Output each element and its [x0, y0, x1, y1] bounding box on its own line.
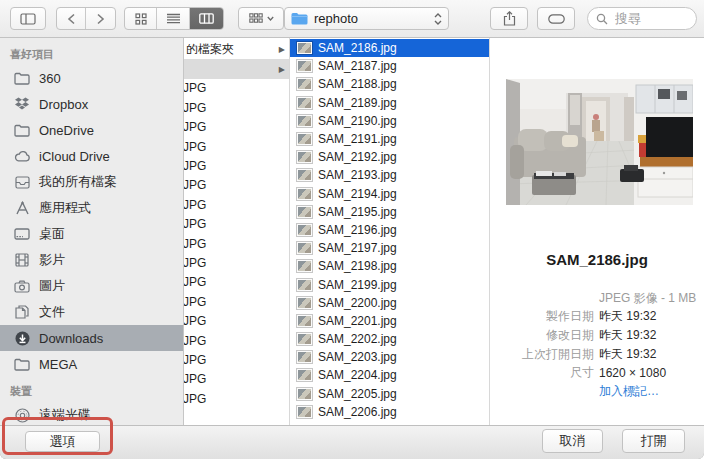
sidebar-item-label: 文件 [39, 303, 65, 321]
parent-column-file-row[interactable]: JPG [184, 215, 289, 234]
options-button[interactable]: 選項 [25, 431, 100, 452]
disclosure-arrow-icon: ▶ [279, 45, 285, 54]
toolbar: rephoto [0, 0, 704, 38]
sidebar-item-icloud-drive[interactable]: iCloud Drive [0, 143, 183, 169]
file-row-sam-2205-jpg[interactable]: SAM_2205.jpg [290, 385, 489, 403]
detail-value: 昨天 19:32 [599, 308, 656, 325]
movies-icon [13, 252, 31, 268]
parent-column-file-row[interactable]: JPG [184, 370, 289, 389]
parent-column-file-row[interactable]: JPG [184, 253, 289, 272]
detail-label: 上次打開日期 [490, 346, 594, 363]
file-name-label: SAM_2186.jpg [318, 41, 397, 55]
column-view-button[interactable] [190, 8, 223, 29]
parent-column-file-row[interactable]: JPG [184, 137, 289, 156]
file-row-sam-2201-jpg[interactable]: SAM_2201.jpg [290, 312, 489, 330]
file-row-sam-2199-jpg[interactable]: SAM_2199.jpg [290, 275, 489, 293]
forward-button[interactable] [86, 8, 115, 29]
sidebar-item-label: 應用程式 [39, 199, 91, 217]
sidebar-item-dropbox[interactable]: Dropbox [0, 91, 183, 117]
location-popup[interactable]: rephoto [284, 7, 449, 30]
file-row-sam-2196-jpg[interactable]: SAM_2196.jpg [290, 221, 489, 239]
file-row-sam-2198-jpg[interactable]: SAM_2198.jpg [290, 257, 489, 275]
image-thumbnail-icon [297, 351, 312, 363]
parent-column-file-row[interactable]: JPG [184, 79, 289, 98]
cancel-button[interactable]: 取消 [542, 429, 603, 453]
file-name-label: SAM_2200.jpg [318, 296, 397, 310]
share-button[interactable] [490, 7, 528, 30]
parent-column-file-row[interactable]: JPG [184, 156, 289, 175]
sidebar-item-label: Dropbox [39, 97, 88, 112]
file-row-sam-2192-jpg[interactable]: SAM_2192.jpg [290, 148, 489, 166]
search-input[interactable] [613, 10, 687, 27]
arrange-menu-button[interactable] [238, 7, 284, 30]
detail-value: 昨天 19:32 [599, 327, 656, 344]
parent-column-file-row[interactable]: JPG [184, 292, 289, 311]
file-row-sam-2193-jpg[interactable]: SAM_2193.jpg [290, 166, 489, 184]
sidebar-item-downloads[interactable]: Downloads [0, 325, 183, 351]
file-row-label: JPG [184, 120, 206, 134]
toggle-sidebar-button[interactable] [10, 7, 46, 30]
sidebar-item-影片[interactable]: 影片 [0, 247, 183, 273]
back-button[interactable] [57, 8, 86, 29]
file-row-label: JPG [184, 295, 206, 309]
file-row-sam-2200-jpg[interactable]: SAM_2200.jpg [290, 294, 489, 312]
image-thumbnail-icon [297, 97, 312, 109]
sidebar-item-文件[interactable]: 文件 [0, 299, 183, 325]
file-row-sam-2195-jpg[interactable]: SAM_2195.jpg [290, 203, 489, 221]
file-row-sam-2191-jpg[interactable]: SAM_2191.jpg [290, 130, 489, 148]
file-row-sam-2204-jpg[interactable]: SAM_2204.jpg [290, 366, 489, 384]
file-row-sam-2202-jpg[interactable]: SAM_2202.jpg [290, 330, 489, 348]
parent-column-file-row[interactable]: JPG [184, 311, 289, 330]
tags-button[interactable] [537, 7, 575, 30]
parent-column-file-row[interactable]: JPG [184, 176, 289, 195]
sidebar-item-mega[interactable]: MEGA [0, 351, 183, 377]
disc-icon [13, 407, 31, 423]
file-row-sam-2187-jpg[interactable]: SAM_2187.jpg [290, 57, 489, 75]
open-file-dialog: rephoto 喜好項目360DropboxOneDriveiCloud Dri… [0, 0, 704, 459]
file-row-sam-2186-jpg[interactable]: SAM_2186.jpg [290, 39, 489, 57]
sidebar-item-我的所有檔案[interactable]: 我的所有檔案 [0, 169, 183, 195]
sidebar-item-360[interactable]: 360 [0, 65, 183, 91]
sidebar-item-圖片[interactable]: 圖片 [0, 273, 183, 299]
file-name-label: SAM_2196.jpg [318, 223, 397, 237]
sidebar-item-遠端光碟[interactable]: 遠端光碟 [0, 402, 183, 425]
list-view-button[interactable] [157, 8, 189, 29]
file-row-label: JPG [184, 81, 206, 95]
sidebar: 喜好項目360DropboxOneDriveiCloud Drive我的所有檔案… [0, 38, 184, 425]
parent-column-file-row[interactable]: JPG [184, 234, 289, 253]
sidebar-item-label: OneDrive [39, 123, 94, 138]
file-row-sam-2203-jpg[interactable]: SAM_2203.jpg [290, 348, 489, 366]
image-thumbnail-icon [297, 315, 312, 327]
file-row-label: JPG [184, 334, 206, 348]
icon-view-button[interactable] [125, 8, 157, 29]
parent-column-file-row[interactable]: JPG [184, 98, 289, 117]
open-button[interactable]: 打開 [622, 429, 685, 453]
preview-detail-row: 上次打開日期昨天 19:32 [490, 345, 704, 364]
parent-column-folder-row[interactable]: ▶ [184, 59, 289, 78]
file-row-sam-2190-jpg[interactable]: SAM_2190.jpg [290, 112, 489, 130]
image-thumbnail-icon [297, 42, 312, 54]
parent-column-file-row[interactable]: JPG [184, 273, 289, 292]
sidebar-item-桌面[interactable]: 桌面 [0, 221, 183, 247]
file-name-label: SAM_2195.jpg [318, 205, 397, 219]
parent-column-folder-row[interactable]: 的檔案夾▶ [184, 40, 289, 59]
parent-column-file-row[interactable]: JPG [184, 195, 289, 214]
search-field[interactable] [587, 7, 697, 30]
detail-value: 昨天 19:32 [599, 346, 656, 363]
sidebar-item-onedrive[interactable]: OneDrive [0, 117, 183, 143]
file-row-label: JPG [184, 237, 206, 251]
parent-column-file-row[interactable]: JPG [184, 118, 289, 137]
parent-column-file-row[interactable]: JPG [184, 350, 289, 369]
file-row-sam-2188-jpg[interactable]: SAM_2188.jpg [290, 75, 489, 93]
add-tags-link[interactable]: 加入標記… [599, 383, 659, 400]
parent-column-file-row[interactable]: JPG [184, 331, 289, 350]
parent-column-file-row[interactable]: JPG [184, 389, 289, 408]
share-icon [503, 11, 516, 26]
file-row-sam-2197-jpg[interactable]: SAM_2197.jpg [290, 239, 489, 257]
sidebar-item-應用程式[interactable]: 應用程式 [0, 195, 183, 221]
file-row-label: JPG [184, 256, 206, 270]
file-row-sam-2189-jpg[interactable]: SAM_2189.jpg [290, 94, 489, 112]
file-row-sam-2194-jpg[interactable]: SAM_2194.jpg [290, 185, 489, 203]
file-row-sam-2206-jpg[interactable]: SAM_2206.jpg [290, 403, 489, 421]
sidebar-item-label: Downloads [39, 331, 103, 346]
